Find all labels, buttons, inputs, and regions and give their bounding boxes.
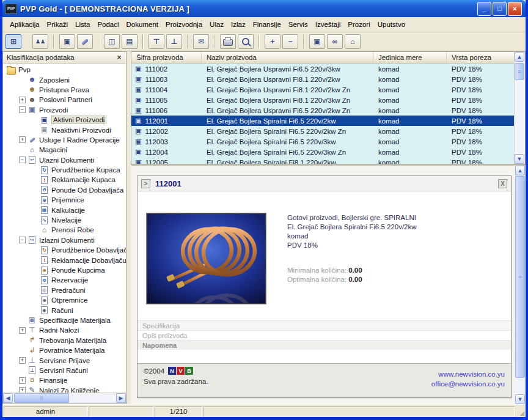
tree-item-label[interactable]: Predračuni [51,287,86,294]
table-row[interactable]: ▣111002El. Grejač Bojlera Uspravni Fi6.5… [131,64,514,74]
menu-item-prozori[interactable]: Prozori [344,19,373,30]
tree-item-label[interactable]: Poslovni Partneri [39,96,92,103]
tree-item-label[interactable]: Kalkulacije [51,207,85,214]
tree-item[interactable]: +⊚Rezervacije [3,275,126,285]
column-header-1[interactable]: Šifra proizvoda [131,52,202,63]
tree-item-label[interactable]: Povratnice Materijala [39,347,105,354]
table-row[interactable]: ▣112002El. Grejač Bojlera Spiralni Fi6.5… [131,126,514,136]
search-button[interactable]: ∞ [327,34,343,49]
layout-button[interactable]: ◫ [104,34,120,49]
tree-item-label[interactable]: Proizvodi [39,106,68,114]
tree-item[interactable]: +✎Nalozi Za Knjiženje [3,386,126,393]
expand-icon[interactable]: + [19,97,26,103]
tree-item[interactable]: +⌂Magacini [3,145,126,155]
tree-item-label[interactable]: Nalozi Za Knjiženje [39,387,99,392]
toggle-classification-button[interactable]: ⊞ [6,34,21,49]
table-row[interactable]: ▣111004El. Grejač Bojlera Uspravni Fi8.1… [131,84,514,95]
expand-icon[interactable]: + [19,377,26,384]
table-row[interactable]: ▣111006El. Grejač Bojlera Uspravni Fi6.5… [131,105,514,116]
tree-item[interactable]: Pvp [3,65,126,75]
products-button[interactable]: ▣ [59,34,75,49]
tree-item-label[interactable]: Ponude Kupcima [51,267,105,274]
menu-item-finansije[interactable]: Finansije [249,19,285,30]
tree-item[interactable]: −↩Ulazni Dokumenti [3,155,126,165]
tree-item-label[interactable]: Magacini [39,146,67,153]
tree-item-label[interactable]: Finansije [39,377,67,384]
tree-item[interactable]: +☻Pristupna Prava [3,85,126,95]
tree-item[interactable]: +⊕Prijemnice [3,195,126,205]
menu-item-dokument[interactable]: Dokument [123,19,162,30]
detail-vertical-scrollbar[interactable]: ▲ ▼ [515,166,526,404]
tree-item-label[interactable]: Reklamacije Dobavljaču [51,257,126,264]
table-row[interactable]: ▣112001El. Grejač Bojlera Spiralni Fi6.5… [131,116,514,126]
scroll-right-icon[interactable]: ▶ [116,393,126,403]
add-button[interactable]: + [265,34,280,49]
column-header-4[interactable]: Vrsta poreza [447,52,514,63]
menu-item-lista[interactable]: Lista [72,19,94,30]
tree-item[interactable]: +⊖Ponude Kupcima [3,265,126,275]
tree-item-label[interactable]: Računi [51,307,73,314]
sidebar-close-icon[interactable]: × [115,53,123,62]
menu-item-izlaz[interactable]: Izlaz [227,19,249,30]
table-row[interactable]: ▣111003El. Grejač Bojlera Uspravni Fi8.1… [131,74,514,84]
tree-item-label[interactable]: Reklamacije Kupaca [51,176,116,183]
tree-item[interactable]: +!Reklamacije Dobavljaču [3,255,126,265]
scroll-left-icon[interactable]: ◀ [3,393,13,403]
tree-item[interactable]: +☻Poslovni Partneri [3,95,126,105]
detail-expand-button[interactable]: > [141,179,150,188]
scrollbar-thumb[interactable] [515,63,524,80]
detail-close-button[interactable]: X [498,179,507,188]
detail-section-napomena[interactable]: Napomena [138,340,511,350]
tree-item[interactable]: +▦Kalkulacije [3,205,126,215]
menu-item-servis[interactable]: Servis [285,19,312,30]
tree-item[interactable]: +▣Aktivni Proizvodi [3,115,126,125]
tree-item-label[interactable]: Pristupna Prava [39,86,89,94]
scrollbar-thumb[interactable] [515,176,525,378]
tree-item[interactable]: +☻Zaposleni [3,75,126,84]
tree-item-label[interactable]: Rezervacije [51,276,88,284]
home-button[interactable]: ⌂ [345,34,361,49]
maximize-button[interactable]: □ [493,2,507,16]
email-link[interactable]: office@newvision.co.yu [431,379,505,389]
tree-horizontal-scrollbar[interactable]: ◀ ▶ [3,392,126,403]
expand-icon[interactable]: + [19,136,26,143]
menu-item-prikaži[interactable]: Prikaži [43,19,72,30]
tree-item-label[interactable]: Ulazni Dokumenti [39,157,94,164]
collapse-icon[interactable]: − [19,157,26,163]
scrollbar-thumb[interactable] [14,393,69,403]
tree-item[interactable]: −↪Izlazni Dokumenti [3,235,126,245]
tree-item[interactable]: +⊕Otpremnice [3,295,126,305]
tree-item[interactable]: +⊥Servisni Računi [3,366,126,375]
scroll-down-icon[interactable]: ▼ [515,394,525,404]
menu-item-uputstvo[interactable]: Uputstvo [374,19,409,30]
panel-splitter[interactable] [127,51,131,404]
report-button[interactable]: ▤ [122,34,138,49]
tree-item[interactable]: +↲Povratnice Materijala [3,345,126,355]
tree-item[interactable]: +▣Specifikacije Materijala [3,315,126,325]
tree-item[interactable]: +⊤Radni Nalozi [3,325,126,335]
tree-item-label[interactable]: Porudžbenice Dobavljaču [51,246,126,254]
menu-item-izveštaji[interactable]: Izveštaji [312,19,345,30]
tree-item-label[interactable]: Servisni Računi [39,367,88,374]
tree-item-label[interactable]: Trebovanja Materijala [39,337,106,344]
table-row[interactable]: ▣112003El. Grejač Bojlera Spiralni Fi6.5… [131,136,514,147]
tree-item[interactable]: +¤Finansije [3,375,126,385]
tree-item-label[interactable]: Nivelacije [51,216,81,224]
tree-item-label[interactable]: Porudžbenice Kupaca [51,166,120,174]
tree-item-label[interactable]: Otpremnice [51,297,87,304]
preview-button[interactable] [238,34,254,49]
tree-item[interactable]: +↻Porudžbenice Kupaca [3,165,126,175]
detail-section-specifikacija[interactable]: Specifikacija [138,320,511,330]
menu-item-ulaz[interactable]: Ulaz [206,19,227,30]
tree-item-label[interactable]: Prenosi Robe [51,226,94,234]
table-row[interactable]: ▣112005El. Grejač Bojlera Spiralni Fi8.1… [131,157,514,164]
tree-item-label[interactable]: Specifikacije Materijala [39,317,111,324]
column-header-3[interactable]: Jedinica mere [373,52,447,63]
tree-item[interactable]: +⊖Ponude Od Dobavljača [3,185,126,195]
expand-icon[interactable]: + [19,387,26,392]
column-header-2[interactable]: Naziv proizvoda [202,52,373,63]
menu-item-podaci[interactable]: Podaci [94,19,122,30]
expand-icon[interactable]: + [19,357,26,364]
table-vertical-scrollbar[interactable]: ▲ ▼ [514,52,525,164]
print-button[interactable] [220,34,236,49]
